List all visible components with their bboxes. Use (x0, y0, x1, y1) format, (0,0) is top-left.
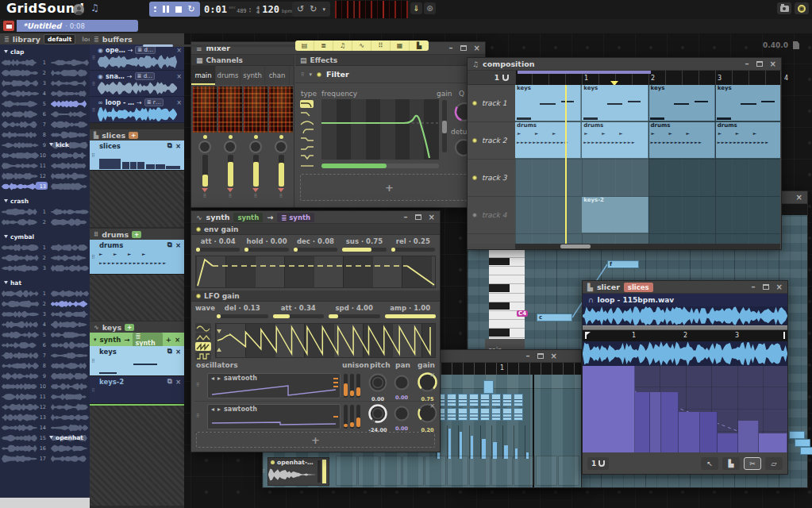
library-group-label[interactable]: hat (10, 279, 21, 287)
black-key[interactable] (489, 258, 510, 266)
param-att[interactable]: att · 0.34 (273, 304, 325, 318)
channel-pan-knob[interactable] (275, 140, 287, 153)
clip-keys2[interactable]: keys-2 (582, 197, 648, 233)
channel-enabled-toggle[interactable] (229, 135, 233, 139)
unison-slider[interactable] (356, 374, 360, 398)
lfo-wave-button[interactable] (195, 333, 211, 341)
unison-slider[interactable] (344, 374, 348, 398)
clip-drums[interactable]: drums► ► ► ►►►►►►►►►►►►► (515, 122, 581, 158)
slice-step-bar[interactable] (460, 432, 462, 459)
slice-block[interactable] (583, 366, 635, 454)
osc-knob[interactable]: -24.00 (368, 403, 388, 433)
toggle-drums-button[interactable]: ⠿ (371, 40, 391, 51)
filter-default-button[interactable]: default (44, 34, 75, 44)
filter-effect-row[interactable]: ⠿ ▾ Filter (295, 66, 485, 83)
osc-wave-box[interactable]: ◂▸sawtooth (207, 373, 341, 398)
library-item[interactable]: 2 (43, 70, 46, 76)
prev-wave-icon[interactable]: ◂ (211, 375, 214, 382)
unison-slider[interactable] (344, 405, 348, 429)
row-pan-slider[interactable] (317, 460, 321, 483)
prev-wave-icon[interactable]: ◂ (211, 406, 214, 413)
transport-handle-icon[interactable] (154, 6, 156, 12)
lfo-enabled-toggle[interactable] (196, 294, 201, 298)
channel-enabled-toggle[interactable] (203, 135, 207, 139)
slicer-source-row[interactable]: ∩ loop - 115bpm.wav (583, 294, 787, 306)
steps-tool-button[interactable]: ▙ (722, 457, 740, 470)
drum-hit-cell[interactable] (469, 408, 479, 421)
library-item[interactable]: 6 (43, 342, 46, 348)
step-bar[interactable] (789, 431, 805, 439)
library-scrollbar[interactable] (0, 498, 90, 508)
step-bar[interactable] (795, 439, 810, 447)
drag-handle-icon[interactable]: ⠿ (196, 382, 199, 387)
composition-titlebar[interactable]: ♫ composition – × (468, 58, 781, 71)
param-slider[interactable] (342, 248, 386, 252)
library-item[interactable]: 10 (40, 383, 46, 390)
slice-block[interactable] (738, 421, 759, 454)
clip-drums[interactable]: drums► ► ► ►►►►►►►►►►►►► (582, 122, 648, 158)
drag-handle-icon[interactable]: ⠿ (263, 468, 265, 474)
openhat-beat-cell[interactable] (491, 456, 513, 486)
drum-hit-cell[interactable] (458, 394, 468, 406)
param-slider[interactable] (385, 314, 437, 318)
track-toggle[interactable] (472, 101, 477, 106)
osc-knob[interactable]: 0.00 (368, 372, 388, 402)
library-item[interactable]: 11 (40, 394, 46, 400)
param-rel[interactable]: rel · 0.25 (391, 237, 435, 252)
slices-pattern-item[interactable]: ⠿ slices ⧉ × (90, 140, 184, 171)
eraser-tool-button[interactable]: ▱ (765, 457, 783, 470)
library-item[interactable]: 11 (40, 163, 46, 169)
synth-target-chip[interactable]: ≣ synth (133, 333, 162, 347)
toggle-piano-button[interactable]: ▦ (391, 40, 410, 51)
changelog-icon[interactable] (793, 41, 799, 49)
drum-hit-cell[interactable] (502, 408, 512, 421)
param-slider[interactable] (391, 248, 435, 252)
pause-button[interactable] (163, 6, 169, 13)
filter-type-button[interactable] (300, 161, 314, 169)
time-stepper[interactable]: ▴▾ (249, 6, 252, 13)
library-item[interactable]: 2 (43, 219, 46, 225)
filter-type-button[interactable] (300, 144, 314, 152)
slice-block[interactable] (635, 392, 650, 454)
minimize-button[interactable]: – (745, 60, 749, 68)
drum-hit-cell[interactable] (447, 408, 456, 421)
donate-button[interactable] (795, 2, 809, 14)
track-row-header[interactable]: track 3 (468, 160, 515, 197)
track-toggle[interactable] (472, 138, 477, 143)
library-item[interactable]: 17 (40, 456, 46, 462)
library-item[interactable]: 3 (43, 311, 46, 318)
channel-pan-knob[interactable] (224, 140, 237, 153)
bpm-display[interactable]: 44 120 bpm (252, 2, 296, 17)
close-button[interactable]: × (551, 352, 557, 360)
env-enabled-toggle[interactable] (196, 227, 201, 232)
library-item[interactable]: 12 (40, 404, 46, 410)
track-row-header[interactable]: track 4 (468, 197, 515, 234)
close-icon[interactable]: × (176, 47, 182, 54)
toggle-slicer-button[interactable]: ▙ (410, 40, 429, 51)
channel-volume-fader[interactable] (253, 155, 259, 187)
channel-enabled-toggle[interactable] (254, 135, 258, 139)
track-toggle[interactable] (472, 213, 477, 217)
library-group-label[interactable]: crash (10, 198, 29, 205)
drum-hit-cell[interactable] (480, 394, 490, 406)
buffer-target-chip[interactable]: ≣ r… (144, 98, 164, 106)
track-lane[interactable]: keys-2 (515, 197, 780, 234)
param-del[interactable]: del · 0.13 (217, 304, 268, 318)
step-bar[interactable] (800, 447, 812, 455)
maximize-button[interactable] (537, 353, 544, 359)
oscillator-row[interactable]: ⠿◂▸sawtooth-24.000.000.20× (194, 402, 437, 433)
library-group-label[interactable]: cymbal (10, 233, 34, 241)
close-button[interactable]: × (429, 213, 435, 221)
channel-pan-knob[interactable] (249, 140, 262, 153)
drag-handle-icon[interactable]: ⠿ (301, 71, 304, 77)
channel-enabled-toggle[interactable] (279, 135, 283, 139)
drag-handle-icon[interactable]: ⠿ (90, 376, 97, 403)
library-list[interactable]: clap12345678910111213crash12cymbal123hat… (0, 44, 90, 498)
note-c[interactable]: c (537, 314, 572, 321)
slice-block[interactable] (718, 433, 738, 454)
close-button[interactable]: × (474, 44, 480, 52)
channel-pan-knob[interactable] (198, 140, 211, 153)
frequency-graph[interactable] (321, 99, 439, 160)
library-item[interactable]: 10 (40, 152, 46, 159)
library-item[interactable]: 5 (43, 101, 46, 107)
